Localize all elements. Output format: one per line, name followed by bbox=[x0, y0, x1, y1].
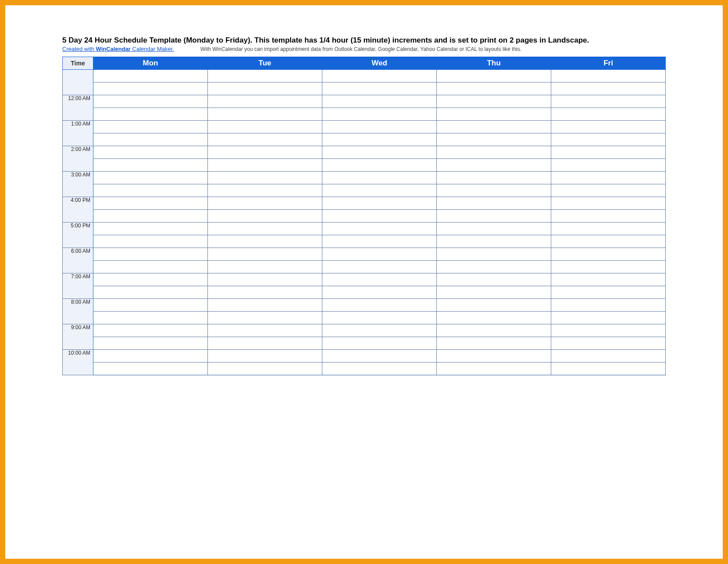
schedule-cell[interactable] bbox=[322, 95, 437, 108]
schedule-cell[interactable] bbox=[208, 197, 322, 210]
schedule-cell[interactable] bbox=[208, 133, 322, 146]
schedule-cell[interactable] bbox=[551, 108, 666, 121]
schedule-cell[interactable] bbox=[93, 197, 208, 210]
schedule-cell[interactable] bbox=[437, 146, 551, 159]
schedule-cell[interactable] bbox=[208, 324, 322, 337]
schedule-cell[interactable] bbox=[322, 223, 437, 235]
schedule-cell[interactable] bbox=[437, 363, 551, 375]
schedule-cell[interactable] bbox=[437, 95, 551, 108]
schedule-cell[interactable] bbox=[93, 210, 208, 223]
schedule-cell[interactable] bbox=[93, 350, 208, 363]
schedule-cell[interactable] bbox=[208, 299, 322, 312]
schedule-cell[interactable] bbox=[551, 184, 666, 197]
schedule-cell[interactable] bbox=[437, 273, 551, 286]
schedule-cell[interactable] bbox=[322, 350, 437, 363]
schedule-cell[interactable] bbox=[551, 337, 666, 350]
schedule-cell[interactable] bbox=[322, 312, 437, 324]
schedule-cell[interactable] bbox=[322, 108, 437, 121]
schedule-cell[interactable] bbox=[93, 70, 208, 83]
schedule-cell[interactable] bbox=[437, 121, 551, 133]
schedule-cell[interactable] bbox=[93, 363, 208, 375]
schedule-cell[interactable] bbox=[437, 83, 551, 95]
schedule-cell[interactable] bbox=[93, 121, 208, 133]
schedule-cell[interactable] bbox=[551, 133, 666, 146]
schedule-cell[interactable] bbox=[93, 286, 208, 299]
schedule-cell[interactable] bbox=[93, 248, 208, 261]
schedule-cell[interactable] bbox=[208, 223, 322, 235]
schedule-cell[interactable] bbox=[322, 248, 437, 261]
schedule-cell[interactable] bbox=[551, 83, 666, 95]
schedule-cell[interactable] bbox=[322, 83, 437, 95]
schedule-cell[interactable] bbox=[437, 223, 551, 235]
schedule-cell[interactable] bbox=[437, 248, 551, 261]
schedule-cell[interactable] bbox=[322, 146, 437, 159]
schedule-cell[interactable] bbox=[93, 273, 208, 286]
schedule-cell[interactable] bbox=[322, 235, 437, 248]
schedule-cell[interactable] bbox=[93, 324, 208, 337]
schedule-cell[interactable] bbox=[208, 70, 322, 83]
schedule-cell[interactable] bbox=[208, 146, 322, 159]
schedule-cell[interactable] bbox=[208, 350, 322, 363]
schedule-cell[interactable] bbox=[437, 350, 551, 363]
schedule-cell[interactable] bbox=[322, 261, 437, 273]
schedule-cell[interactable] bbox=[551, 121, 666, 133]
schedule-cell[interactable] bbox=[93, 235, 208, 248]
schedule-cell[interactable] bbox=[208, 363, 322, 375]
schedule-cell[interactable] bbox=[551, 312, 666, 324]
schedule-cell[interactable] bbox=[551, 197, 666, 210]
schedule-cell[interactable] bbox=[93, 146, 208, 159]
schedule-cell[interactable] bbox=[551, 299, 666, 312]
schedule-cell[interactable] bbox=[437, 133, 551, 146]
schedule-cell[interactable] bbox=[208, 248, 322, 261]
schedule-cell[interactable] bbox=[208, 337, 322, 350]
schedule-cell[interactable] bbox=[437, 286, 551, 299]
schedule-cell[interactable] bbox=[437, 184, 551, 197]
schedule-cell[interactable] bbox=[437, 261, 551, 273]
schedule-cell[interactable] bbox=[208, 210, 322, 223]
schedule-cell[interactable] bbox=[322, 159, 437, 172]
schedule-cell[interactable] bbox=[322, 197, 437, 210]
schedule-cell[interactable] bbox=[437, 312, 551, 324]
schedule-cell[interactable] bbox=[437, 108, 551, 121]
schedule-cell[interactable] bbox=[437, 337, 551, 350]
schedule-cell[interactable] bbox=[208, 172, 322, 184]
schedule-cell[interactable] bbox=[437, 299, 551, 312]
schedule-cell[interactable] bbox=[93, 261, 208, 273]
schedule-cell[interactable] bbox=[93, 337, 208, 350]
schedule-cell[interactable] bbox=[208, 121, 322, 133]
schedule-cell[interactable] bbox=[551, 261, 666, 273]
schedule-cell[interactable] bbox=[551, 235, 666, 248]
schedule-cell[interactable] bbox=[208, 312, 322, 324]
schedule-cell[interactable] bbox=[322, 273, 437, 286]
schedule-cell[interactable] bbox=[551, 248, 666, 261]
schedule-cell[interactable] bbox=[93, 223, 208, 235]
schedule-cell[interactable] bbox=[551, 286, 666, 299]
schedule-cell[interactable] bbox=[93, 95, 208, 108]
schedule-cell[interactable] bbox=[208, 184, 322, 197]
schedule-cell[interactable] bbox=[93, 108, 208, 121]
schedule-cell[interactable] bbox=[93, 172, 208, 184]
schedule-cell[interactable] bbox=[93, 184, 208, 197]
schedule-cell[interactable] bbox=[208, 108, 322, 121]
schedule-cell[interactable] bbox=[93, 299, 208, 312]
schedule-cell[interactable] bbox=[437, 197, 551, 210]
schedule-cell[interactable] bbox=[551, 324, 666, 337]
schedule-cell[interactable] bbox=[322, 324, 437, 337]
schedule-cell[interactable] bbox=[551, 223, 666, 235]
schedule-cell[interactable] bbox=[208, 286, 322, 299]
schedule-cell[interactable] bbox=[322, 299, 437, 312]
schedule-cell[interactable] bbox=[437, 159, 551, 172]
schedule-cell[interactable] bbox=[551, 172, 666, 184]
schedule-cell[interactable] bbox=[551, 350, 666, 363]
schedule-cell[interactable] bbox=[437, 172, 551, 184]
schedule-cell[interactable] bbox=[437, 235, 551, 248]
schedule-cell[interactable] bbox=[208, 95, 322, 108]
schedule-cell[interactable] bbox=[93, 159, 208, 172]
schedule-cell[interactable] bbox=[208, 261, 322, 273]
schedule-cell[interactable] bbox=[551, 210, 666, 223]
schedule-cell[interactable] bbox=[322, 286, 437, 299]
schedule-cell[interactable] bbox=[93, 133, 208, 146]
schedule-cell[interactable] bbox=[322, 363, 437, 375]
schedule-cell[interactable] bbox=[322, 121, 437, 133]
schedule-cell[interactable] bbox=[322, 184, 437, 197]
